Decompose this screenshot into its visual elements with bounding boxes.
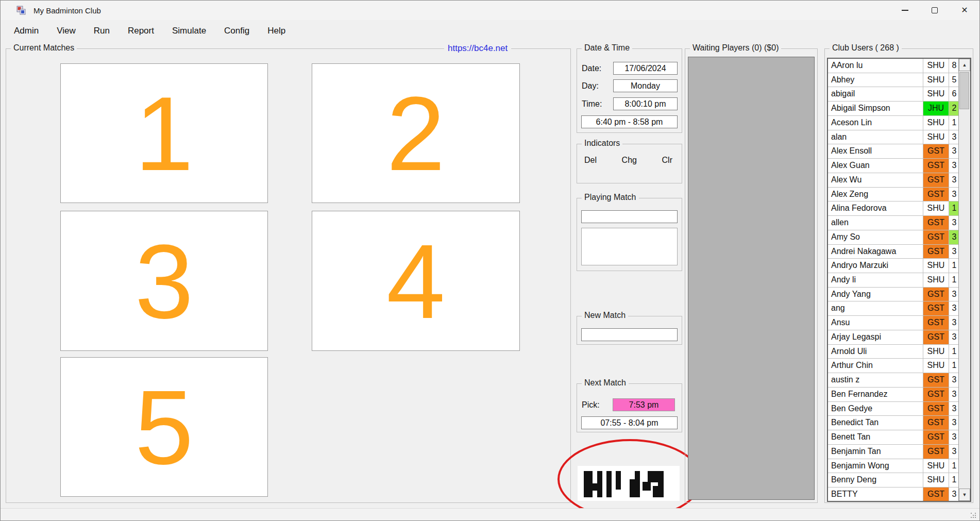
table-row[interactable]: Alex Wu GST 3 [828, 173, 959, 188]
table-row[interactable]: Andy li SHU 1 [828, 273, 959, 288]
site-link[interactable]: https://bc4e.net [444, 43, 511, 54]
menu-bar: Admin View Run Report Simulate Config He… [1, 20, 979, 42]
court-panel-2[interactable]: 2 [312, 63, 520, 203]
court-number: 1 [134, 80, 193, 186]
table-row[interactable]: Abhey SHU 5 [828, 73, 959, 88]
table-row[interactable]: Arjay Legaspi GST 3 [828, 330, 959, 345]
user-name: Amy So [828, 230, 923, 244]
playing-match-field[interactable] [581, 210, 678, 223]
table-row[interactable]: Andryo Marzuki SHU 1 [828, 259, 959, 273]
indicator-del: Del [584, 156, 597, 165]
date-time-group: Date & Time Date: 17/06/2024 Day: Monday… [577, 48, 682, 133]
table-row[interactable]: Benjamin Tan GST 3 [828, 445, 959, 459]
table-row[interactable]: Benjamin Wong SHU 1 [828, 459, 959, 474]
menu-run[interactable]: Run [94, 23, 119, 39]
user-name: Ben Fernandez [828, 388, 923, 401]
menu-report[interactable]: Report [128, 23, 163, 39]
user-code: GST [923, 430, 949, 444]
table-row[interactable]: Abigail Simpson JHU 2 [828, 102, 959, 116]
table-row[interactable]: Andrei Nakagawa GST 3 [828, 245, 959, 259]
court-number: 2 [386, 80, 445, 186]
table-row[interactable]: AAron lu SHU 8 [828, 59, 959, 73]
table-row[interactable]: Benedict Tan GST 3 [828, 416, 959, 430]
waiting-players-list[interactable] [688, 57, 815, 500]
scroll-up-button[interactable]: ▲ [959, 59, 970, 71]
user-name: Benjamin Wong [828, 459, 923, 473]
user-name: ang [828, 301, 923, 315]
session-range-field[interactable]: 6:40 pm - 8:58 pm [581, 115, 678, 128]
user-code: SHU [923, 259, 949, 273]
time-field[interactable]: 8:00:10 pm [613, 97, 678, 110]
user-code: GST [923, 330, 949, 344]
next-match-window-field[interactable]: 07:55 - 8:04 pm [581, 416, 678, 429]
menu-simulate[interactable]: Simulate [172, 23, 215, 39]
user-code: GST [923, 230, 949, 244]
table-row[interactable]: austin z GST 3 [828, 373, 959, 388]
table-row[interactable]: Arthur Chin SHU 1 [828, 359, 959, 373]
club-users-label: Club Users ( 268 ) [830, 43, 902, 53]
table-row[interactable]: Alex Ensoll GST 3 [828, 144, 959, 159]
table-row[interactable]: Benny Deng SHU 1 [828, 473, 959, 488]
scrollbar[interactable]: ▲ ▼ [958, 59, 970, 501]
user-name: Andy li [828, 273, 923, 287]
table-row[interactable]: abigail SHU 6 [828, 87, 959, 102]
user-code: SHU [923, 73, 949, 87]
table-row[interactable]: Benett Tan GST 3 [828, 430, 959, 445]
close-button[interactable]: ✕ [950, 1, 979, 20]
table-row[interactable]: alan SHU 3 [828, 130, 959, 145]
date-field[interactable]: 17/06/2024 [613, 62, 678, 75]
user-code: GST [923, 144, 949, 158]
window-title: My Badminton Club [33, 6, 101, 15]
scroll-thumb[interactable] [959, 72, 969, 109]
table-row[interactable]: Alex Guan GST 3 [828, 159, 959, 173]
waiting-players-label: Waiting Players (0) ($0) [690, 43, 781, 53]
table-row[interactable]: Arnold Uli SHU 1 [828, 345, 959, 359]
day-field[interactable]: Monday [613, 79, 678, 92]
court-panel-1[interactable]: 1 [60, 63, 268, 203]
user-count: 3 [949, 245, 959, 259]
new-match-field[interactable] [581, 328, 678, 341]
table-row[interactable]: Amy So GST 3 [828, 230, 959, 245]
user-name: Alex Guan [828, 159, 923, 173]
waiting-players-group: Waiting Players (0) ($0) [685, 48, 818, 503]
table-row[interactable]: Ansu GST 3 [828, 316, 959, 330]
user-code: SHU [923, 87, 949, 101]
table-row[interactable]: BETTY GST 3 [828, 488, 959, 502]
maximize-button[interactable] [920, 1, 950, 20]
menu-config[interactable]: Config [224, 23, 258, 39]
scroll-down-button[interactable]: ▼ [959, 489, 970, 501]
table-row[interactable]: Andy Yang GST 3 [828, 288, 959, 302]
table-row[interactable]: allen GST 3 [828, 216, 959, 230]
app-window: My Badminton Club ✕ Admin View Run Repor… [0, 0, 980, 521]
court-panel-3[interactable]: 3 [60, 211, 268, 351]
user-code: GST [923, 316, 949, 330]
table-row[interactable]: Alina Fedorova SHU 1 [828, 201, 959, 216]
user-count: 2 [949, 102, 959, 115]
table-row[interactable]: Ben Fernandez GST 3 [828, 388, 959, 402]
minimize-button[interactable] [890, 1, 920, 20]
user-count: 3 [949, 130, 959, 144]
user-count: 3 [949, 488, 959, 501]
user-name: Benjamin Tan [828, 445, 923, 459]
pick-time-field[interactable]: 7:53 pm [613, 398, 675, 411]
day-label: Day: [582, 81, 599, 91]
user-code: SHU [923, 459, 949, 473]
user-count: 5 [949, 73, 959, 87]
table-row[interactable]: Alex Zeng GST 3 [828, 188, 959, 202]
table-row[interactable]: Aceson Lin SHU 1 [828, 116, 959, 130]
court-panel-5[interactable]: 5 [60, 357, 268, 497]
current-matches-group: Current Matches https://bc4e.net 1 2 3 4… [6, 48, 571, 503]
user-name: Benett Tan [828, 430, 923, 444]
user-name: Benny Deng [828, 473, 923, 487]
menu-admin[interactable]: Admin [14, 23, 47, 39]
playing-match-detail-box[interactable] [581, 228, 678, 265]
table-row[interactable]: ang GST 3 [828, 301, 959, 316]
menu-help[interactable]: Help [267, 23, 294, 39]
table-row[interactable]: Ben Gedye GST 3 [828, 402, 959, 416]
resize-grip-icon[interactable] [971, 513, 977, 519]
arrow-up-icon: ▲ [962, 62, 967, 68]
user-count: 3 [949, 288, 959, 301]
menu-view[interactable]: View [57, 23, 85, 39]
court-panel-4[interactable]: 4 [312, 211, 520, 351]
title-bar: My Badminton Club ✕ [1, 1, 979, 20]
